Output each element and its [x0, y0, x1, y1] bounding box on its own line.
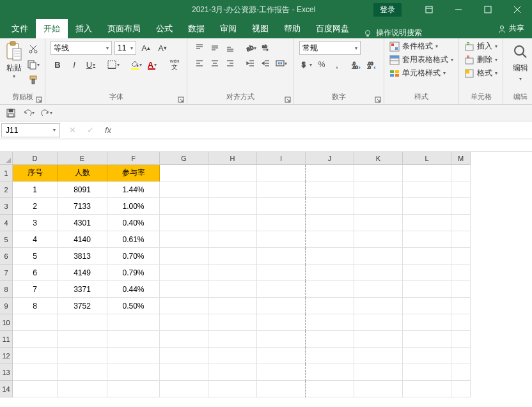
cell-G2[interactable] — [160, 181, 208, 198]
cell-E6[interactable]: 3813 — [58, 248, 107, 265]
cell-I1[interactable] — [257, 165, 306, 181]
cell-J10[interactable] — [306, 314, 354, 331]
cell-K9[interactable] — [354, 298, 403, 314]
bold-button[interactable]: B — [51, 58, 65, 72]
row-header[interactable]: 7 — [0, 265, 13, 281]
cell-I13[interactable] — [257, 364, 306, 381]
cell-G13[interactable] — [160, 364, 208, 381]
cell-E9[interactable]: 3752 — [58, 298, 107, 314]
undo-button[interactable]: ▾ — [22, 106, 36, 120]
percent-format-button[interactable]: % — [315, 58, 329, 72]
align-center-button[interactable] — [208, 56, 222, 70]
row-header[interactable]: 10 — [0, 314, 13, 331]
accounting-format-button[interactable]: $▾ — [299, 58, 313, 72]
orientation-button[interactable]: ab▾ — [244, 41, 258, 55]
format-as-table-button[interactable]: 套用表格格式 ▾ — [389, 54, 453, 65]
cell-I8[interactable] — [257, 281, 306, 298]
save-button[interactable] — [4, 106, 18, 120]
cell-L3[interactable] — [403, 198, 451, 215]
tab-review[interactable]: 审阅 — [212, 19, 244, 38]
cell-H4[interactable] — [208, 215, 257, 231]
align-bottom-button[interactable] — [223, 41, 237, 55]
name-box[interactable]: J11▾ — [1, 123, 60, 137]
column-header[interactable]: F — [107, 152, 160, 165]
cell-J2[interactable] — [306, 181, 354, 198]
cell-L6[interactable] — [403, 248, 451, 265]
cell-H12[interactable] — [208, 348, 257, 364]
cell-M10[interactable] — [451, 314, 471, 331]
select-all-corner[interactable] — [0, 152, 13, 165]
increase-decimal-button[interactable]: .0.00 — [349, 58, 363, 72]
cell-F3[interactable]: 1.00% — [107, 198, 160, 215]
comma-format-button[interactable]: , — [330, 58, 344, 72]
cell-D6[interactable]: 5 — [13, 248, 58, 265]
cell-G1[interactable] — [160, 165, 208, 181]
cell-J9[interactable] — [306, 298, 354, 314]
editing-button[interactable]: 编辑 ▾ — [508, 41, 532, 82]
italic-button[interactable]: I — [67, 58, 81, 72]
cut-button[interactable] — [27, 43, 40, 55]
alignment-dialog-launcher[interactable] — [285, 94, 292, 102]
fill-color-button[interactable] — [129, 58, 143, 72]
cell-K1[interactable] — [354, 165, 403, 181]
cell-M8[interactable] — [451, 281, 471, 298]
cell-H7[interactable] — [208, 265, 257, 281]
cell-J4[interactable] — [306, 215, 354, 231]
insert-function-button[interactable]: fx — [102, 125, 114, 135]
merge-center-button[interactable]: ▾ — [274, 56, 288, 70]
delete-cells-button[interactable]: 删除 ▾ — [464, 54, 497, 65]
cell-G3[interactable] — [160, 198, 208, 215]
cell-G8[interactable] — [160, 281, 208, 298]
cell-H10[interactable] — [208, 314, 257, 331]
cell-L11[interactable] — [403, 331, 451, 348]
cell-D1[interactable]: 序号 — [13, 165, 58, 181]
cell-I11[interactable] — [257, 331, 306, 348]
phonetic-button[interactable]: wén文 — [168, 58, 182, 72]
cell-I5[interactable] — [257, 231, 306, 248]
format-cells-button[interactable]: 格式 ▾ — [464, 68, 497, 79]
tab-formula[interactable]: 公式 — [148, 19, 180, 38]
cell-F6[interactable]: 0.70% — [107, 248, 160, 265]
cell-L10[interactable] — [403, 314, 451, 331]
cell-G4[interactable] — [160, 215, 208, 231]
cell-I3[interactable] — [257, 198, 306, 215]
cell-H9[interactable] — [208, 298, 257, 314]
column-header[interactable]: K — [354, 152, 403, 165]
cell-K4[interactable] — [354, 215, 403, 231]
cell-K12[interactable] — [354, 348, 403, 364]
format-painter-button[interactable] — [27, 74, 40, 86]
cell-K2[interactable] — [354, 181, 403, 198]
cell-J5[interactable] — [306, 231, 354, 248]
cell-M3[interactable] — [451, 198, 471, 215]
cell-F9[interactable]: 0.50% — [107, 298, 160, 314]
cell-L13[interactable] — [403, 364, 451, 381]
paste-button[interactable]: 粘贴 ▾ — [5, 41, 23, 79]
cell-I9[interactable] — [257, 298, 306, 314]
cell-K5[interactable] — [354, 231, 403, 248]
cell-H2[interactable] — [208, 181, 257, 198]
cell-E13[interactable] — [58, 364, 107, 381]
cell-F12[interactable] — [107, 348, 160, 364]
column-header[interactable]: I — [257, 152, 306, 165]
row-header[interactable]: 13 — [0, 364, 13, 381]
cell-L9[interactable] — [403, 298, 451, 314]
cell-K6[interactable] — [354, 248, 403, 265]
cell-J11[interactable] — [306, 331, 354, 348]
cell-M14[interactable] — [451, 381, 471, 397]
decrease-indent-button[interactable] — [244, 56, 258, 70]
column-header[interactable]: G — [160, 152, 208, 165]
cell-D10[interactable] — [13, 314, 58, 331]
cell-K7[interactable] — [354, 265, 403, 281]
cell-K13[interactable] — [354, 364, 403, 381]
cell-M1[interactable] — [451, 165, 471, 181]
redo-button[interactable]: ▾ — [40, 106, 54, 120]
align-right-button[interactable] — [223, 56, 237, 70]
cell-K11[interactable] — [354, 331, 403, 348]
formula-input[interactable] — [120, 123, 532, 137]
cell-G10[interactable] — [160, 314, 208, 331]
cell-L1[interactable] — [403, 165, 451, 181]
cell-I7[interactable] — [257, 265, 306, 281]
cell-F11[interactable] — [107, 331, 160, 348]
cell-D8[interactable]: 7 — [13, 281, 58, 298]
cell-F8[interactable]: 0.44% — [107, 281, 160, 298]
